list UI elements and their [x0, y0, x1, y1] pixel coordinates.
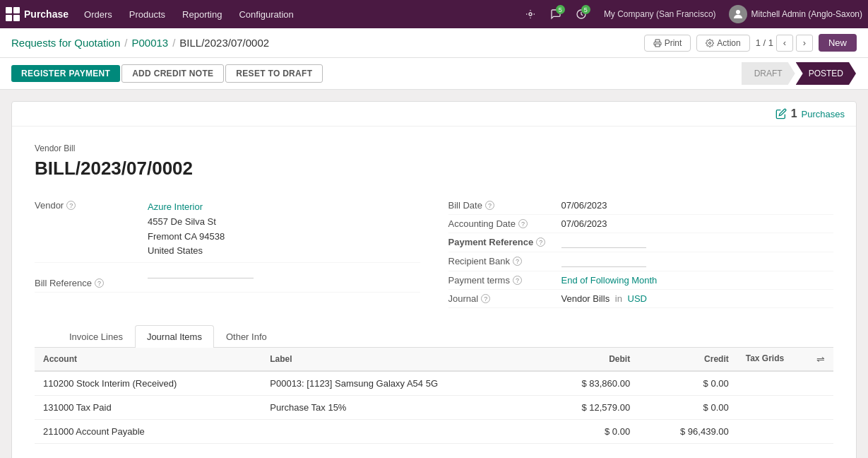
- recipient-bank-hint: ?: [513, 257, 522, 266]
- row3-credit: $ 96,439.00: [638, 420, 737, 444]
- app-name: Purchase: [24, 8, 69, 20]
- journal-table: Account Label Debit Credit Tax Grids: [35, 348, 833, 444]
- row3-tax-grids: [737, 420, 833, 444]
- breadcrumb-sep1: /: [124, 37, 127, 49]
- payment-ref-value[interactable]: [561, 237, 646, 248]
- row2-account[interactable]: 131000 Tax Paid: [35, 396, 261, 420]
- doc-title: BILL/2023/07/0002: [35, 158, 833, 180]
- breadcrumb-current: BILL/2023/07/0002: [179, 37, 269, 49]
- edit-icon: [775, 108, 787, 119]
- nav-right-section: 5 5 My Company (San Francisco) Mitchell …: [521, 4, 862, 24]
- prev-page-btn[interactable]: ‹: [776, 35, 793, 52]
- status-posted[interactable]: POSTED: [796, 62, 856, 85]
- row2-label[interactable]: Purchase Tax 15%: [261, 396, 540, 420]
- main-content: 1 Purchases Vendor Bill BILL/2023/07/000…: [0, 90, 868, 458]
- payment-ref-row: Payment Reference ?: [448, 233, 834, 252]
- tab-journal-items[interactable]: Journal Items: [135, 325, 214, 348]
- journal-currency[interactable]: USD: [628, 293, 647, 304]
- row1-debit: $ 83,860.00: [540, 371, 639, 396]
- purchases-label: Purchases: [802, 109, 845, 119]
- nav-products[interactable]: Products: [122, 6, 172, 23]
- action-label: Action: [717, 38, 740, 48]
- bill-ref-hint: ?: [95, 278, 104, 288]
- row1-account[interactable]: 110200 Stock Interim (Received): [35, 371, 261, 396]
- recipient-bank-row: Recipient Bank ?: [448, 252, 834, 271]
- action-bar: REGISTER PAYMENT ADD CREDIT NOTE RESET T…: [0, 58, 868, 90]
- col-account: Account: [35, 348, 261, 371]
- purchases-count: 1: [791, 107, 797, 120]
- tabs-bar: Invoice Lines Journal Items Other Info: [35, 325, 833, 348]
- breadcrumb-rfq[interactable]: Requests for Quotation: [11, 37, 120, 49]
- accounting-date-value[interactable]: 07/06/2023: [561, 218, 607, 229]
- pagination: 1 / 1 ‹ ›: [756, 35, 813, 52]
- breadcrumb-p00013[interactable]: P00013: [131, 37, 168, 49]
- vendor-addr3: United States: [148, 244, 225, 259]
- status-draft[interactable]: DRAFT: [742, 62, 795, 85]
- payment-terms-label: Payment terms ?: [448, 275, 561, 286]
- bug-icon-btn[interactable]: [521, 4, 540, 24]
- row3-label: [261, 420, 540, 444]
- clock-icon-btn[interactable]: 5: [571, 4, 591, 24]
- bill-ref-label: Bill Reference ?: [35, 278, 148, 288]
- svg-point-0: [529, 13, 532, 16]
- purchases-link[interactable]: 1 Purchases: [775, 107, 845, 120]
- bill-ref-field-row: Bill Reference ?: [35, 274, 420, 293]
- logo-icon: [6, 7, 20, 21]
- user-name: Mitchell Admin (Anglo-Saxon): [751, 9, 862, 19]
- new-button[interactable]: New: [819, 34, 857, 52]
- chat-icon-btn[interactable]: 5: [546, 4, 566, 24]
- bill-ref-value[interactable]: [148, 278, 254, 278]
- row2-tax-grids: [737, 396, 833, 420]
- recipient-bank-value[interactable]: [561, 256, 646, 267]
- reset-to-draft-button[interactable]: RESET TO DRAFT: [225, 64, 323, 83]
- bill-date-row: Bill Date ? 07/06/2023: [448, 196, 834, 215]
- journal-table-header: Account Label Debit Credit Tax Grids: [35, 348, 833, 371]
- accounting-date-hint: ?: [518, 219, 528, 228]
- company-selector[interactable]: My Company (San Francisco): [597, 6, 723, 22]
- top-navigation: Purchase Orders Products Reporting Confi…: [0, 0, 868, 28]
- purchases-bar: 1 Purchases: [12, 102, 856, 127]
- breadcrumb-sep2: /: [172, 37, 175, 49]
- row1-credit: $ 0.00: [638, 371, 737, 396]
- doc-type-label: Vendor Bill: [35, 143, 833, 153]
- add-credit-note-button[interactable]: ADD CREDIT NOTE: [121, 64, 224, 83]
- print-button[interactable]: Print: [644, 35, 691, 52]
- payment-terms-value[interactable]: End of Following Month: [561, 275, 658, 286]
- vendor-name[interactable]: Azure Interior: [148, 200, 225, 215]
- status-steps: DRAFT POSTED: [742, 62, 857, 85]
- breadcrumb: Requests for Quotation / P00013 / BILL/2…: [11, 37, 269, 49]
- nav-orders[interactable]: Orders: [77, 6, 119, 23]
- action-button[interactable]: Action: [696, 35, 749, 52]
- bill-date-value[interactable]: 07/06/2023: [561, 200, 607, 211]
- nav-configuration[interactable]: Configuration: [232, 6, 300, 23]
- tab-invoice-lines[interactable]: Invoice Lines: [57, 325, 135, 348]
- print-label: Print: [665, 38, 682, 48]
- avatar: [729, 5, 747, 23]
- tab-other-info[interactable]: Other Info: [214, 325, 279, 348]
- row1-label[interactable]: P00013: [1123] Samsung Galaxy A54 5G: [261, 371, 540, 396]
- table-row: 110200 Stock Interim (Received) P00013: …: [35, 371, 833, 396]
- next-page-btn[interactable]: ›: [796, 35, 813, 52]
- user-menu[interactable]: Mitchell Admin (Anglo-Saxon): [729, 5, 862, 23]
- vendor-addr2: Fremont CA 94538: [148, 230, 225, 245]
- breadcrumb-bar: Requests for Quotation / P00013 / BILL/2…: [0, 28, 868, 58]
- bill-date-label: Bill Date ?: [448, 200, 561, 211]
- svg-point-2: [736, 10, 740, 14]
- nav-reporting[interactable]: Reporting: [175, 6, 229, 23]
- journal-value: Vendor Bills in USD: [561, 293, 647, 304]
- vendor-label: Vendor ?: [35, 200, 148, 211]
- clock-badge: 5: [581, 5, 590, 14]
- chat-badge: 5: [556, 5, 565, 14]
- register-payment-button[interactable]: REGISTER PAYMENT: [11, 65, 120, 82]
- app-logo[interactable]: Purchase: [6, 7, 69, 21]
- recipient-bank-label: Recipient Bank ?: [448, 256, 561, 266]
- col-credit: Credit: [638, 348, 737, 371]
- row3-account[interactable]: 211000 Account Payable: [35, 420, 261, 444]
- vendor-address: Azure Interior 4557 De Silva St Fremont …: [148, 200, 225, 259]
- journal-row: Journal ? Vendor Bills in USD: [448, 290, 834, 308]
- bill-date-hint: ?: [485, 201, 494, 210]
- status-draft-label: DRAFT: [754, 69, 783, 78]
- journal-name[interactable]: Vendor Bills: [561, 293, 610, 304]
- col-tax-grids: Tax Grids ⇌: [737, 348, 833, 371]
- col-settings-btn[interactable]: ⇌: [816, 353, 825, 365]
